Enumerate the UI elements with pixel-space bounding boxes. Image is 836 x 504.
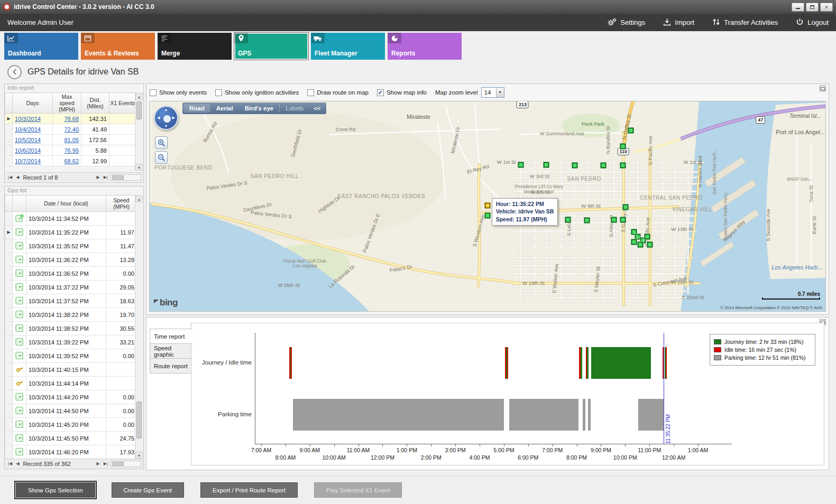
gps-list-row[interactable]: 10/3/2014 11:39:52 PM0.00 xyxy=(5,349,137,363)
day-link[interactable]: 10/7/2014 xyxy=(15,158,41,164)
gps-list-row[interactable]: 10/3/2014 11:36:52 PM0.00 xyxy=(5,267,137,281)
max-speed-link[interactable]: 68.62 xyxy=(64,158,79,164)
gps-marker[interactable] xyxy=(611,217,617,222)
gps-list-row[interactable]: 10/3/2014 11:44:50 PM0.00 xyxy=(5,404,137,418)
gps-list-row[interactable]: 10/3/2014 11:40:15 PM xyxy=(5,363,137,377)
gps-list-row[interactable]: 10/3/2014 11:36:22 PM13.28 xyxy=(5,253,137,267)
gps-marker[interactable] xyxy=(644,234,650,240)
info-report-row[interactable]: 10/5/201481.05172.56 xyxy=(5,135,137,145)
max-speed-link[interactable]: 72.40 xyxy=(64,126,79,133)
report-tab-speed-graphic[interactable]: Speed graphic xyxy=(150,343,192,359)
scroll-down-icon[interactable]: ▼ xyxy=(135,164,143,171)
info-report-row[interactable]: 10/4/201472.4041.49 xyxy=(5,124,137,135)
gps-list-row[interactable]: 10/3/2014 11:35:52 PM11.47 xyxy=(5,239,137,253)
gps-marker[interactable] xyxy=(637,241,643,247)
col-speed[interactable]: Speed (MPH) xyxy=(106,195,137,212)
topbar-action-settings[interactable]: Settings xyxy=(608,18,645,27)
map-view-tab-aerial[interactable]: Aerial xyxy=(210,104,239,113)
maximize-button[interactable] xyxy=(806,3,819,12)
zoom-out-button[interactable] xyxy=(155,151,168,164)
gps-marker[interactable] xyxy=(572,163,577,169)
col-dist[interactable]: Dist. (Miles) xyxy=(81,93,109,114)
map-tabs-collapse-button[interactable]: << xyxy=(309,104,325,113)
col-max-speed[interactable]: Max speed (MPH) xyxy=(53,93,81,114)
next-record-button[interactable]: ▶ xyxy=(96,461,101,466)
gps-list-row[interactable]: ▶10/3/2014 11:35:22 PM11.97 xyxy=(5,226,137,239)
gps-list-row[interactable]: 10/3/2014 11:46:20 PM17.93 xyxy=(5,445,137,459)
gps-list-row[interactable]: 10/3/2014 11:45:20 PM0.00 xyxy=(5,418,137,432)
nav-tab-reports[interactable]: Reports xyxy=(388,33,462,60)
gps-marker[interactable] xyxy=(620,144,626,150)
gps-list-row[interactable]: 10/3/2014 11:44:20 PM0.00 xyxy=(5,390,137,404)
gps-marker[interactable] xyxy=(485,213,491,219)
close-button[interactable]: × xyxy=(820,3,833,12)
checkbox-show-only-events[interactable]: Show only events xyxy=(150,89,207,96)
info-report-row[interactable]: ▶10/3/201478.68142.31 xyxy=(5,114,137,124)
prev-record-button[interactable]: ◀ xyxy=(15,461,20,466)
info-report-row[interactable]: 10/7/201468.6212.99 xyxy=(5,156,137,166)
pan-left-icon[interactable]: ◀ xyxy=(157,116,160,120)
nav-tab-merge[interactable]: Merge xyxy=(158,33,232,60)
nav-tab-dashboard[interactable]: Dashboard xyxy=(4,33,78,60)
checkbox-checked-icon[interactable]: ✓ xyxy=(377,89,384,96)
minimize-button[interactable] xyxy=(792,3,804,12)
checkbox-unchecked-icon[interactable] xyxy=(150,89,157,96)
pan-up-icon[interactable]: ▲ xyxy=(164,108,168,111)
day-link[interactable]: 10/4/2014 xyxy=(15,126,41,133)
info-hscrollbar[interactable] xyxy=(111,174,141,181)
day-link[interactable]: 10/5/2014 xyxy=(15,137,41,143)
day-link[interactable]: 10/6/2014 xyxy=(15,147,41,154)
gps-list-row[interactable]: 10/3/2014 11:37:52 PM18.63 xyxy=(5,294,137,308)
nav-tab-fleet-manager[interactable]: Fleet Manager xyxy=(311,33,385,60)
show-gps-selection-button[interactable]: Show Gps Selection xyxy=(16,482,95,498)
info-report-row[interactable]: 10/6/201476.955.88 xyxy=(5,145,137,156)
gps-marker[interactable] xyxy=(565,217,571,222)
max-speed-link[interactable]: 78.68 xyxy=(64,116,79,122)
topbar-action-transfer-activities[interactable]: Transfer Activities xyxy=(712,18,778,27)
map-zoom-level-select[interactable]: 14▼ xyxy=(481,87,504,98)
checkbox-unchecked-icon[interactable] xyxy=(215,89,222,96)
gps-marker[interactable] xyxy=(620,217,626,223)
create-gps-event-button[interactable]: Create Gps Event xyxy=(112,482,184,498)
gps-marker[interactable] xyxy=(620,163,626,169)
nav-tab-gps[interactable]: GPS xyxy=(234,33,308,60)
gps-hscrollbar[interactable] xyxy=(111,461,141,467)
last-record-button[interactable]: ▶| xyxy=(103,175,109,180)
map-view-tab-bird-s-eye[interactable]: Bird's eye xyxy=(239,104,280,113)
checkbox-show-only-ignition-activities[interactable]: Show only ignition activities xyxy=(215,89,299,96)
prev-record-button[interactable]: ◀ xyxy=(15,175,20,180)
scroll-down-icon[interactable]: ▼ xyxy=(135,452,143,459)
checkbox-unchecked-icon[interactable] xyxy=(307,89,314,96)
gps-list-row[interactable]: 10/3/2014 11:38:22 PM19.70 xyxy=(5,308,137,322)
gps-list-row[interactable]: 10/3/2014 11:44:14 PM xyxy=(5,377,137,390)
gps-marker[interactable] xyxy=(631,239,637,245)
first-record-button[interactable]: |◀ xyxy=(7,175,13,180)
map[interactable]: MiralestePeck ParkW Summerland AveCrest … xyxy=(149,101,826,312)
col-x1-events[interactable]: X1 Events xyxy=(109,93,137,114)
first-record-button[interactable]: |◀ xyxy=(7,461,13,466)
gps-marker[interactable] xyxy=(544,162,549,168)
zoom-in-button[interactable] xyxy=(155,136,168,149)
report-tab-time-report[interactable]: Time report xyxy=(150,329,193,344)
topbar-action-import[interactable]: Import xyxy=(663,18,694,27)
gps-marker[interactable] xyxy=(600,163,606,169)
pan-right-icon[interactable]: ▶ xyxy=(172,116,175,120)
pan-down-icon[interactable]: ▼ xyxy=(164,124,168,128)
gps-marker[interactable] xyxy=(622,204,628,210)
checkbox-show-map-info[interactable]: ✓Show map info xyxy=(377,89,427,96)
gps-list-row[interactable]: 10/3/2014 11:34:52 PM xyxy=(5,212,137,226)
map-view-tab-road[interactable]: Road xyxy=(183,104,210,113)
next-record-button[interactable]: ▶ xyxy=(96,175,101,180)
checkbox-draw-route-on-map[interactable]: Draw route on map xyxy=(307,89,369,96)
map-panel-collapse-button[interactable] xyxy=(820,86,826,91)
gps-list-row[interactable]: 10/3/2014 11:38:52 PM30.55 xyxy=(5,322,137,335)
gps-list-row[interactable]: 10/3/2014 11:39:22 PM33.21 xyxy=(5,335,137,349)
gps-marker[interactable] xyxy=(518,162,523,168)
export-print-route-report-button[interactable]: Export / Print Route Report xyxy=(200,482,298,498)
gps-marker[interactable] xyxy=(647,241,653,247)
gps-list-row[interactable]: 10/3/2014 11:45:50 PM24.75 xyxy=(5,432,137,445)
max-speed-link[interactable]: 76.95 xyxy=(64,147,79,154)
scroll-up-icon[interactable]: ▲ xyxy=(135,93,143,100)
topbar-action-logout[interactable]: Logout xyxy=(796,18,829,27)
nav-tab-events-reviews[interactable]: Events & Reviews xyxy=(81,33,155,60)
